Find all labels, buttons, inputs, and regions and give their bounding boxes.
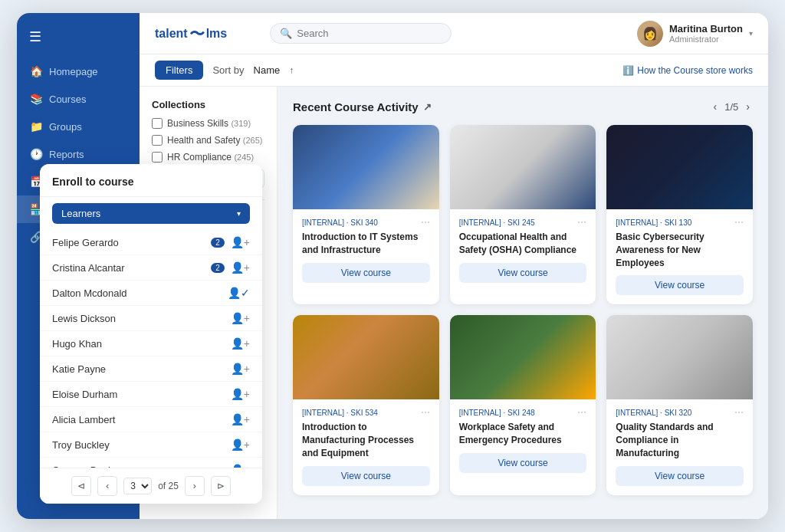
view-course-button[interactable]: View course — [616, 275, 744, 295]
courses-icon: 📚 — [29, 93, 43, 105]
course-info: [INTERNAL] · SKI 245 ⋯ Occupational Heal… — [450, 209, 596, 292]
logo-wave-icon: 〜 — [189, 26, 205, 41]
page-select[interactable]: 3 — [123, 478, 152, 494]
user-text: Maritina Burton Administrator — [669, 23, 743, 44]
view-course-button[interactable]: View course — [302, 263, 430, 283]
course-title: Quality Standards and Compliance in Manu… — [616, 421, 744, 459]
learner-badge: 2 — [211, 238, 225, 248]
learner-row[interactable]: Carmen Booker 👤+ — [40, 458, 262, 468]
checkbox-health-safety[interactable] — [152, 135, 163, 146]
external-link-icon[interactable]: ↗ — [423, 101, 432, 113]
course-info: [INTERNAL] · SKI 340 ⋯ Introduction to I… — [293, 209, 439, 292]
filter-label-business-skills: Business Skills (319) — [167, 118, 251, 129]
learner-name: Katie Payne — [52, 363, 225, 375]
learner-name: Alicia Lambert — [52, 414, 225, 425]
learner-add-icon[interactable]: 👤+ — [231, 363, 250, 375]
learner-add-icon[interactable]: 👤+ — [231, 388, 250, 400]
learners-chevron-icon: ▾ — [237, 209, 241, 218]
course-thumbnail — [450, 315, 596, 399]
sort-arrow-icon: ↑ — [289, 65, 294, 76]
view-course-button[interactable]: View course — [459, 453, 587, 473]
course-tag: [INTERNAL] · SKI 340 ⋯ — [302, 217, 430, 228]
course-menu-icon[interactable]: ⋯ — [734, 407, 744, 418]
user-menu[interactable]: 👩 Maritina Burton Administrator ▾ — [637, 21, 753, 47]
checkbox-hr-compliance[interactable] — [152, 152, 163, 163]
prev-page-button[interactable]: ‹ — [711, 99, 721, 114]
learner-add-icon[interactable]: 👤+ — [231, 236, 250, 248]
reports-icon: 🕐 — [29, 148, 43, 160]
learner-add-icon[interactable]: 👤+ — [231, 464, 250, 468]
avatar-image: 👩 — [637, 21, 663, 47]
course-menu-icon[interactable]: ⋯ — [421, 407, 430, 418]
courses-grid: [INTERNAL] · SKI 340 ⋯ Introduction to I… — [293, 125, 753, 495]
filter-hr-compliance[interactable]: HR Compliance (245) — [152, 152, 264, 163]
course-tag: [INTERNAL] · SKI 130 ⋯ — [616, 217, 744, 228]
learner-add-icon[interactable]: 👤+ — [231, 261, 250, 274]
learner-name: Eloise Durham — [52, 389, 225, 400]
top-header: talent 〜 lms 🔍 👩 Maritina Burton Adminis… — [140, 13, 768, 54]
course-menu-icon[interactable]: ⋯ — [734, 217, 744, 228]
learner-name: Dalton Mcdonald — [52, 287, 222, 299]
course-card: [INTERNAL] · SKI 340 ⋯ Introduction to I… — [293, 125, 439, 304]
learner-row[interactable]: Dalton Mcdonald 👤✓ — [40, 281, 262, 306]
view-course-button[interactable]: View course — [302, 466, 430, 486]
sidebar-item-groups[interactable]: 📁 Groups — [17, 113, 140, 140]
learner-list: Felipe Gerardo 2 👤+ Cristina Alcantar 2 … — [40, 230, 262, 468]
filter-business-skills[interactable]: Business Skills (319) — [152, 118, 264, 129]
learner-row[interactable]: Felipe Gerardo 2 👤+ — [40, 230, 262, 255]
course-thumbnail — [293, 315, 439, 399]
course-card: [INTERNAL] · SKI 245 ⋯ Occupational Heal… — [450, 125, 596, 304]
course-thumbnail — [606, 125, 753, 209]
course-menu-icon[interactable]: ⋯ — [577, 217, 586, 228]
learner-add-icon[interactable]: 👤+ — [231, 337, 250, 350]
learner-row[interactable]: Katie Payne 👤+ — [40, 356, 262, 382]
learner-row[interactable]: Eloise Durham 👤+ — [40, 382, 262, 407]
help-link[interactable]: ℹ️ How the Course store works — [622, 65, 753, 76]
learner-row[interactable]: Hugo Khan 👤+ — [40, 331, 262, 356]
learner-add-icon[interactable]: 👤+ — [231, 312, 250, 324]
course-menu-icon[interactable]: ⋯ — [421, 217, 430, 228]
sidebar-item-homepage[interactable]: 🏠 Homepage — [17, 57, 140, 85]
checkbox-business-skills[interactable] — [152, 118, 163, 129]
sort-value: Name — [254, 64, 281, 76]
enroll-footer: ⊲ ‹ 3 of 25 › ⊳ — [40, 468, 262, 504]
learner-add-icon[interactable]: 👤+ — [231, 438, 250, 451]
learner-row[interactable]: Lewis Dickson 👤+ — [40, 306, 262, 331]
course-menu-icon[interactable]: ⋯ — [577, 407, 586, 418]
prev-learner-page-button[interactable]: ‹ — [97, 476, 117, 496]
learners-button[interactable]: Learners ▾ — [52, 203, 250, 224]
filter-health-safety[interactable]: Health and Safety (265) — [152, 135, 264, 146]
learner-row[interactable]: Alicia Lambert 👤+ — [40, 407, 262, 432]
avatar: 👩 — [637, 21, 663, 47]
courses-panel: Recent Course Activity ↗ ‹ 1/5 › [INTERN… — [278, 87, 768, 519]
logo: talent 〜 lms — [155, 26, 227, 41]
filter-bar: Filters Sort by Name ↑ ℹ️ How the Course… — [140, 54, 768, 87]
course-tag: [INTERNAL] · SKI 320 ⋯ — [616, 407, 744, 418]
learner-row[interactable]: Troy Buckley 👤+ — [40, 432, 262, 458]
view-course-button[interactable]: View course — [459, 263, 587, 283]
search-bar[interactable]: 🔍 — [270, 23, 451, 44]
learner-add-icon[interactable]: 👤✓ — [228, 287, 250, 299]
course-title: Basic Cybersecurity Awareness for New Em… — [616, 231, 744, 269]
sidebar-item-courses[interactable]: 📚 Courses — [17, 85, 140, 113]
filters-button[interactable]: Filters — [155, 61, 203, 80]
logo-text: talent — [155, 27, 188, 41]
learner-row[interactable]: Cristina Alcantar 2 👤+ — [40, 255, 262, 281]
course-tag: [INTERNAL] · SKI 534 ⋯ — [302, 407, 430, 418]
course-tag: [INTERNAL] · SKI 245 ⋯ — [459, 217, 587, 228]
search-input[interactable] — [297, 28, 441, 39]
next-page-button[interactable]: › — [743, 99, 753, 114]
main-window: ☰ 🏠 Homepage 📚 Courses 📁 Groups 🕐 Report… — [17, 13, 768, 519]
course-thumbnail — [293, 125, 439, 209]
learner-name: Hugo Khan — [52, 338, 225, 350]
next-learner-page-button[interactable]: › — [185, 476, 205, 496]
courses-header: Recent Course Activity ↗ ‹ 1/5 › — [293, 99, 753, 114]
home-icon: 🏠 — [29, 65, 43, 77]
hamburger-icon[interactable]: ☰ — [17, 22, 140, 57]
view-course-button[interactable]: View course — [616, 466, 744, 486]
chevron-down-icon: ▾ — [749, 29, 753, 38]
last-page-button[interactable]: ⊳ — [211, 476, 231, 496]
learner-add-icon[interactable]: 👤+ — [231, 413, 250, 425]
first-page-button[interactable]: ⊲ — [71, 476, 91, 496]
groups-icon: 📁 — [29, 120, 43, 133]
